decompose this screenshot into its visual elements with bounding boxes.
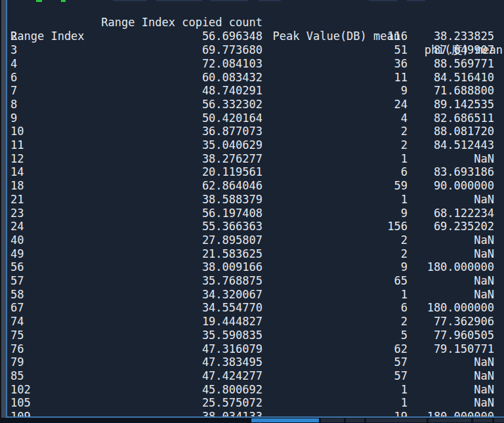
row-index: 49 [10,247,24,261]
left-scrollbar-track[interactable] [1,0,6,418]
phi-mean-value: 38.233825 [434,30,494,43]
phi-mean-value: 88.569771 [434,57,494,71]
peak-value-mean: 5 [401,329,408,342]
table-row: 1420.119561683.693186 [7,165,504,179]
phi-mean-value: 77.362906 [434,315,494,329]
phi-mean-value: NaN [474,274,494,288]
peak-value-mean: 11 [394,71,408,85]
copied-count-value: 38.276277 [202,152,262,166]
copied-count-value: 56.696348 [202,30,262,43]
table-row: 2455.36636315669.235202 [7,220,504,233]
scrollbar-annotation [429,418,471,422]
phi-mean-value: NaN [474,396,494,410]
copied-count-value: 19.444827 [202,315,262,329]
table-row: 5735.76887565NaN [7,274,504,288]
row-index: 57 [10,274,24,288]
peak-value-mean: 1 [401,152,408,166]
phi-mean-value: 82.686511 [434,111,494,125]
phi-mean-value: NaN [474,233,494,247]
copied-count-value: 48.740291 [202,84,262,98]
copied-count-value: 60.083432 [202,71,262,85]
phi-mean-value: 89.142535 [434,98,494,111]
row-index: 76 [10,342,24,356]
peak-value-mean: 9 [401,207,408,220]
phi-mean-value: 68.122234 [434,207,494,220]
row-index: 18 [10,179,24,193]
peak-value-mean: 2 [401,247,408,261]
table-row: 1862.8640465990.000000 [7,179,504,193]
copied-count-value: 35.590835 [202,329,262,342]
scrollbar-annotation [321,418,344,422]
prev-line-remnant [156,0,202,1]
phi-mean-value: 77.960505 [434,329,494,342]
table-row: 5834.3200671NaN [7,288,504,302]
copied-count-value: 21.583625 [202,247,262,261]
row-index: 6 [10,71,17,85]
phi-mean-value: NaN [474,383,494,397]
row-index: 2 [10,30,17,43]
prev-line-remnant [259,0,281,1]
table-row: 856.3323022489.142535 [7,98,504,111]
horizontal-scrollbar-thumb[interactable] [251,418,319,422]
copied-count-value: 47.316079 [202,342,262,356]
table-row: 5638.0091669180.000000 [7,260,504,274]
row-index: 10 [10,125,24,138]
peak-value-mean: 2 [401,315,408,329]
phi-mean-value: 69.235202 [434,220,494,233]
table-row: 7947.38349557NaN [7,355,504,369]
peak-value-mean: 156 [387,220,408,233]
phi-mean-value: NaN [474,355,494,369]
scrollbar-annotation [494,418,504,422]
copied-count-value: 27.895807 [202,233,262,247]
peak-value-mean: 36 [394,57,408,71]
row-index: 56 [10,260,24,274]
row-index: 75 [10,329,24,342]
row-index: 67 [10,301,24,315]
table-row: 1135.040629284.512443 [7,138,504,152]
phi-mean-value: 84.512443 [434,138,494,152]
peak-value-mean: 6 [401,165,408,179]
peak-value-mean: 2 [401,138,408,152]
table-row: 1036.877073288.081720 [7,125,504,138]
peak-value-mean: 116 [387,30,408,43]
peak-value-mean: 65 [394,274,408,288]
peak-value-mean: 57 [394,355,408,369]
phi-mean-value: 87.649907 [434,43,494,57]
copied-count-value: 25.575072 [202,396,262,410]
table-row: 748.740291971.688800 [7,84,504,98]
table-row: 2356.197408968.122234 [7,207,504,220]
table-row: 256.69634811638.233825 [7,30,504,43]
peak-value-mean: 51 [394,43,408,57]
phi-mean-value: 180.000000 [427,260,494,274]
row-index: 102 [10,383,31,397]
phi-mean-value: NaN [474,247,494,261]
peak-value-mean: 1 [401,288,408,302]
row-index: 11 [10,138,24,152]
table-row: 7419.444827277.362906 [7,315,504,329]
row-index: 24 [10,220,24,233]
row-index: 8 [10,98,17,111]
copied-count-value: 62.864046 [202,179,262,193]
copied-count-value: 56.332302 [202,98,262,111]
peak-value-mean: 24 [394,98,408,111]
prev-line-remnant [210,0,248,1]
row-index: 9 [10,111,17,125]
phi-mean-value: 90.000000 [434,179,494,193]
row-index: 3 [10,43,17,57]
phi-mean-value: NaN [474,193,494,207]
copied-count-value: 56.197408 [202,207,262,220]
phi-mean-value: 79.150771 [434,342,494,356]
peak-value-mean: 4 [401,111,408,125]
phi-mean-value: 180.000000 [427,301,494,315]
peak-value-mean: 9 [401,260,408,274]
prev-line-remnant [407,0,425,1]
row-index: 7 [10,84,17,98]
table-row: 472.0841033688.569771 [7,57,504,71]
table-header-row: Range Index copied count Peak Value(DB) … [7,2,504,16]
copied-count-value: 47.424277 [202,369,262,383]
row-index: 4 [10,57,17,71]
scrollbar-annotation [366,418,427,422]
prev-line-remnant [113,0,147,1]
peak-value-mean: 1 [401,396,408,410]
copied-count-value: 38.588379 [202,193,262,207]
